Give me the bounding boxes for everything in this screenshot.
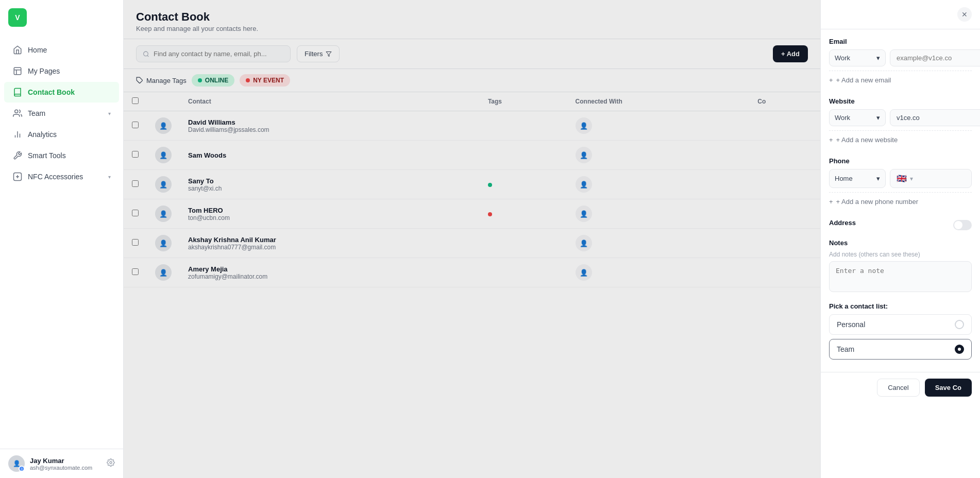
website-label: Website xyxy=(829,97,972,105)
filters-button[interactable]: Filters xyxy=(297,45,340,62)
contact-list-team[interactable]: Team xyxy=(829,339,972,360)
page-header: Contact Book Keep and manage all your co… xyxy=(124,0,820,39)
tag-ny-event[interactable]: NY EVENT xyxy=(240,74,290,87)
user-name: Jay Kumar xyxy=(30,457,102,465)
contact-name: Sany To xyxy=(188,177,471,185)
contact-avatar: 👤 xyxy=(155,264,172,281)
search-icon xyxy=(143,50,149,58)
search-wrap[interactable] xyxy=(136,45,291,62)
tag-online-label: ONLINE xyxy=(205,77,228,84)
sidebar-item-smart-tools[interactable]: Smart Tools xyxy=(4,145,119,166)
add-website-link[interactable]: + + Add a new website xyxy=(829,130,972,149)
sidebar-item-label-contact-book: Contact Book xyxy=(28,88,75,96)
contact-email: sanyt@xi.ch xyxy=(188,185,471,192)
sidebar-item-label-home: Home xyxy=(28,46,47,54)
tag-online[interactable]: ONLINE xyxy=(192,74,234,87)
plus-icon: + xyxy=(829,76,833,84)
cancel-button[interactable]: Cancel xyxy=(877,379,919,397)
add-button[interactable]: + Add xyxy=(773,45,808,62)
add-phone-link[interactable]: + + Add a new phone number xyxy=(829,192,972,211)
flag-dropdown[interactable]: ▾ xyxy=(910,175,913,182)
contact-list-personal[interactable]: Personal xyxy=(829,314,972,335)
add-label: + Add xyxy=(781,50,800,58)
sidebar-item-label-team: Team xyxy=(28,109,45,117)
notes-input[interactable] xyxy=(829,261,972,292)
chevron-icon: ▾ xyxy=(876,54,880,62)
phone-type-value: Home xyxy=(835,175,853,182)
logo-icon: V xyxy=(8,8,27,27)
contact-avatar: 👤 xyxy=(155,176,172,193)
sidebar-item-label-nfc: NFC Accessories xyxy=(28,173,83,181)
email-type-select[interactable]: Work ▾ xyxy=(829,49,886,66)
add-phone-label: + Add a new phone number xyxy=(836,198,918,206)
sidebar-footer: 👤 3 Jay Kumar ash@synxautomate.com xyxy=(0,449,123,478)
panel-header: ✕ xyxy=(821,0,980,29)
add-email-link[interactable]: + + Add a new email xyxy=(829,71,972,89)
sidebar-item-team[interactable]: Team ▾ xyxy=(4,103,119,124)
team-radio[interactable] xyxy=(955,345,964,354)
row-checkbox[interactable] xyxy=(132,122,139,128)
table-row[interactable]: 👤 Amery Mejia zofumamigy@mailinator.com … xyxy=(124,258,820,287)
panel-footer: Cancel Save Co xyxy=(821,372,980,403)
website-input[interactable] xyxy=(890,109,980,126)
website-field-row: Work ▾ xyxy=(829,109,972,126)
sidebar-nav: Home My Pages Contact Book Team ▾ xyxy=(0,35,123,449)
notification-badge: 3 xyxy=(19,466,25,472)
table-row[interactable]: 👤 Tom HERO ton@ucbn.com 👤 xyxy=(124,199,820,229)
tag-indicator xyxy=(488,183,492,187)
address-toggle[interactable] xyxy=(953,220,972,230)
personal-radio[interactable] xyxy=(955,320,964,329)
toggle-knob xyxy=(954,221,962,229)
chart-icon xyxy=(12,129,23,140)
email-type-value: Work xyxy=(835,54,850,62)
email-input[interactable] xyxy=(890,49,980,66)
manage-tags-button[interactable]: Manage Tags xyxy=(136,77,187,84)
contact-name: Amery Mejia xyxy=(188,265,471,273)
sidebar-item-contact-book[interactable]: Contact Book xyxy=(4,82,119,103)
row-checkbox[interactable] xyxy=(132,180,139,187)
home-icon xyxy=(12,45,23,55)
save-button[interactable]: Save Co xyxy=(925,379,972,397)
select-all-checkbox[interactable] xyxy=(132,97,139,104)
sidebar-item-analytics[interactable]: Analytics xyxy=(4,124,119,145)
contact-avatar: 👤 xyxy=(155,235,172,251)
table-row[interactable]: 👤 Sany To sanyt@xi.ch 👤 xyxy=(124,170,820,199)
sidebar-item-my-pages[interactable]: My Pages xyxy=(4,61,119,81)
manage-tags-label: Manage Tags xyxy=(146,77,187,84)
settings-icon[interactable] xyxy=(107,458,115,469)
add-email-label: + Add a new email xyxy=(836,76,891,84)
toolbar: Filters + Add xyxy=(124,39,820,69)
contact-name: Tom HERO xyxy=(188,207,471,214)
tags-row: Manage Tags ONLINE NY EVENT xyxy=(124,69,820,92)
phone-type-select[interactable]: Home ▾ xyxy=(829,169,886,188)
sidebar-item-nfc[interactable]: NFC Accessories ▾ xyxy=(4,166,119,187)
row-checkbox[interactable] xyxy=(132,239,139,246)
sidebar-item-home[interactable]: Home xyxy=(4,40,119,60)
chevron-down-icon-2: ▾ xyxy=(108,174,111,180)
contact-email: David.williams@jpssales.com xyxy=(188,126,471,133)
row-checkbox[interactable] xyxy=(132,268,139,275)
table-row[interactable]: 👤 David Williams David.williams@jpssales… xyxy=(124,111,820,141)
sidebar-item-label-pages: My Pages xyxy=(28,67,60,75)
avatar: 👤 3 xyxy=(8,455,25,472)
svg-point-1 xyxy=(15,110,18,113)
contact-name: Akshay Krishna Anil Kumar xyxy=(188,236,471,244)
page-subtitle: Keep and manage all your contacts here. xyxy=(136,25,808,32)
table-row[interactable]: 👤 Akshay Krishna Anil Kumar akshaykrishn… xyxy=(124,229,820,258)
phone-section: Phone Home ▾ 🇬🇧 ▾ + + Add a new phone nu… xyxy=(829,157,972,211)
row-checkbox[interactable] xyxy=(132,151,139,158)
connected-icon: 👤 xyxy=(576,117,592,134)
search-input[interactable] xyxy=(154,50,284,58)
svg-point-6 xyxy=(110,462,112,464)
connected-icon: 👤 xyxy=(576,147,592,163)
contact-email: ton@ucbn.com xyxy=(188,214,471,221)
main-content: Contact Book Keep and manage all your co… xyxy=(124,0,820,478)
phone-input-wrap[interactable]: 🇬🇧 ▾ xyxy=(890,169,972,188)
connected-icon: 👤 xyxy=(576,206,592,222)
notes-section: Notes Add notes (others can see these) xyxy=(829,239,972,294)
website-type-select[interactable]: Work ▾ xyxy=(829,109,886,126)
close-button[interactable]: ✕ xyxy=(957,7,972,22)
table-row[interactable]: 👤 Sam Woods 👤 xyxy=(124,141,820,170)
row-checkbox[interactable] xyxy=(132,210,139,216)
tag-dot-event xyxy=(246,78,250,82)
